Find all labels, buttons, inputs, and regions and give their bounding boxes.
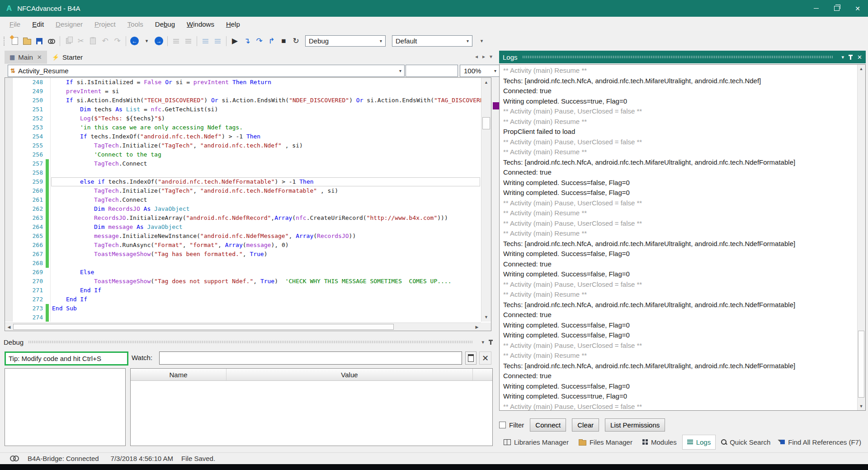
cut-button[interactable]: ✂ <box>75 35 87 47</box>
comment-selection-button[interactable] <box>199 35 212 47</box>
watch-table[interactable]: Name Value <box>130 368 493 446</box>
editor-tab-main[interactable]: ▦Main✕ <box>5 51 47 64</box>
step-over-button[interactable]: ↷ <box>253 35 265 47</box>
nav-history-dropdown-button[interactable]: ▾ <box>141 35 153 47</box>
watch-clear-button[interactable]: ✕ <box>479 351 491 365</box>
restore-button[interactable] <box>826 0 847 17</box>
find-button[interactable] <box>45 35 57 47</box>
editor-tab-label: Starter <box>62 53 83 61</box>
uncomment-selection-button[interactable] <box>212 35 224 47</box>
chevron-down-icon[interactable]: ▾ <box>842 54 844 60</box>
scroll-up-icon[interactable]: ▲ <box>858 65 865 73</box>
undo-button[interactable]: ↶ <box>99 35 111 47</box>
column-header-name[interactable]: Name <box>131 369 226 380</box>
menu-item-edit[interactable]: Edit <box>26 17 50 32</box>
tool-tab-libraries-manager[interactable]: Libraries Manager <box>499 435 573 449</box>
column-header-value[interactable]: Value <box>226 369 473 380</box>
tab-scroll-right-icon[interactable]: ▸ <box>482 53 485 60</box>
outdent-button[interactable] <box>182 35 194 47</box>
build-configuration-combo[interactable]: Default▾ <box>392 35 472 47</box>
navigate-back-button[interactable]: ← <box>128 35 141 47</box>
scroll-right-icon[interactable]: ▶ <box>473 323 481 331</box>
minimize-button[interactable] <box>806 0 826 17</box>
open-project-button[interactable] <box>21 35 33 47</box>
close-tab-icon[interactable]: ✕ <box>37 54 42 61</box>
logs-controls-row: Filter Connect Clear List Permissions <box>499 417 866 432</box>
watch-table-header: Name Value <box>131 369 492 381</box>
list-permissions-button[interactable]: List Permissions <box>605 418 665 432</box>
code-text: ToastMessageShow("Tag does not support N… <box>52 277 452 286</box>
scroll-down-icon[interactable]: ▼ <box>481 313 491 322</box>
zoom-level-combo[interactable]: 100% ▾ <box>460 65 500 77</box>
editor-vertical-scrollbar[interactable]: ▲ ▼ <box>481 78 491 322</box>
filter-checkbox[interactable] <box>499 422 506 428</box>
scrollbar-thumb[interactable] <box>858 331 864 398</box>
tool-tab-find-all-references-f7[interactable]: Find All References (F7) <box>776 435 866 449</box>
editor-horizontal-scrollbar[interactable]: ◀ ▶ <box>5 323 481 331</box>
close-button[interactable]: ✕ <box>847 0 868 17</box>
run-button[interactable]: ▶ <box>229 35 241 47</box>
code-area[interactable]: 248If si.IsInitialized = False Or si = p… <box>5 78 481 322</box>
scroll-down-icon[interactable]: ▼ <box>858 402 865 410</box>
secondary-nav-combo[interactable] <box>406 65 458 77</box>
debug-variables-list[interactable] <box>5 368 126 446</box>
indent-button[interactable] <box>170 35 182 47</box>
line-number: 271 <box>12 286 43 295</box>
tool-tab-label: Modules <box>651 438 677 446</box>
app-logo-icon: A <box>6 4 12 13</box>
menu-item-tools[interactable]: Tools <box>122 17 149 32</box>
debug-tip-box: Tip: Modify code and hit Ctrl+S <box>5 351 128 366</box>
clear-button[interactable]: Clear <box>572 418 599 432</box>
paste-button[interactable] <box>87 35 99 47</box>
redo-button[interactable]: ↷ <box>111 35 123 47</box>
run-mode-combo[interactable]: Debug▾ <box>305 35 386 47</box>
pin-icon[interactable] <box>849 54 853 60</box>
tab-scroll-left-icon[interactable]: ◂ <box>475 53 478 60</box>
menu-item-designer[interactable]: Designer <box>50 17 89 32</box>
menu-item-project[interactable]: Project <box>89 17 122 32</box>
scroll-left-icon[interactable]: ◀ <box>5 323 13 331</box>
logs-vertical-scrollbar[interactable]: ▲ ▼ <box>857 65 865 410</box>
scrollbar-thumb[interactable] <box>482 117 490 129</box>
watch-input[interactable] <box>159 351 462 365</box>
log-line: ** Activity (main) Pause, UserClosed = f… <box>500 280 857 290</box>
menu-item-file[interactable]: File <box>4 17 26 32</box>
tab-list-dropdown-icon[interactable]: ▾ <box>490 53 492 60</box>
menu-item-debug[interactable]: Debug <box>149 17 181 32</box>
restart-button[interactable]: ↻ <box>290 35 302 47</box>
changed-line-bar <box>46 214 49 223</box>
line-number: 273 <box>12 304 43 313</box>
tool-tab-quick-search[interactable]: Quick Search <box>717 435 775 449</box>
code-editor[interactable]: 248If si.IsInitialized = False Or si = p… <box>5 77 491 331</box>
log-output-list[interactable]: ** Activity (main) Resume **Techs: [andr… <box>499 64 866 411</box>
connect-button[interactable]: Connect <box>530 418 566 432</box>
menu-item-windows[interactable]: Windows <box>181 17 220 32</box>
close-panel-icon[interactable]: ✕ <box>857 54 862 61</box>
step-out-button[interactable]: ↱ <box>265 35 278 47</box>
stop-button[interactable]: ■ <box>278 35 290 47</box>
open-project-icon <box>23 39 31 45</box>
watch-evaluate-button[interactable] <box>465 351 476 365</box>
sub-selector-combo[interactable]: ⇅ Activity_Resume ▾ <box>8 65 405 77</box>
new-project-button[interactable] <box>9 35 21 47</box>
pin-icon[interactable] <box>489 339 493 345</box>
search-icon <box>721 439 726 445</box>
toolbar-grip[interactable] <box>4 37 6 46</box>
copy-button[interactable] <box>62 35 75 47</box>
toolbar-overflow-button[interactable]: ▾ <box>476 35 488 47</box>
editor-tab-starter[interactable]: ⚡Starter <box>47 51 88 64</box>
tool-tab-files-manager[interactable]: Files Manager <box>574 435 637 449</box>
window-title: NFCAdvanced - B4A <box>17 5 80 12</box>
minimize-icon <box>814 8 819 9</box>
menu-item-help[interactable]: Help <box>220 17 246 32</box>
scroll-up-icon[interactable]: ▲ <box>481 78 491 87</box>
save-button[interactable] <box>33 35 45 47</box>
tool-tab-modules[interactable]: Modules <box>638 435 681 449</box>
step-into-button[interactable]: ↴ <box>241 35 253 47</box>
chevron-down-icon[interactable]: ▾ <box>481 339 484 345</box>
module-grid-icon: ▦ <box>9 54 15 61</box>
chevron-down-icon: ▾ <box>467 38 469 43</box>
scrollbar-thumb[interactable] <box>13 324 394 330</box>
navigate-forward-button[interactable]: → <box>153 35 165 47</box>
tool-tab-logs[interactable]: Logs <box>682 435 716 450</box>
